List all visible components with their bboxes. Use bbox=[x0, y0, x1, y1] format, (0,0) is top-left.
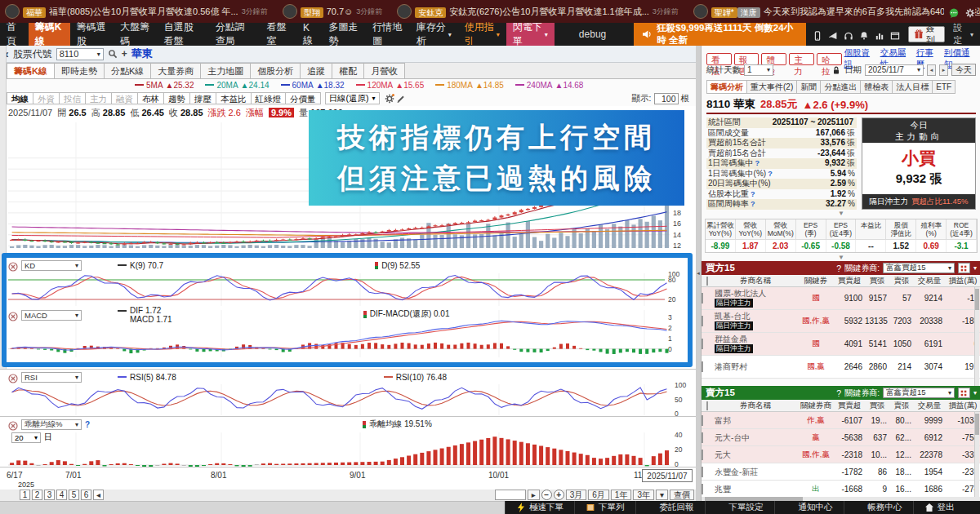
checkbox[interactable] bbox=[702, 316, 703, 326]
window-icon[interactable] bbox=[890, 29, 900, 39]
table-row[interactable]: 港商野村 國贏 2646 2860 214 3074 197 bbox=[702, 356, 980, 379]
period-select[interactable]: 日線(還原) ▾ bbox=[325, 92, 380, 104]
gear-icon[interactable] bbox=[965, 7, 975, 16]
chart-tab[interactable]: 追蹤 bbox=[300, 63, 332, 78]
page-prev-button[interactable]: ◂ bbox=[93, 490, 104, 500]
checkbox[interactable] bbox=[702, 361, 703, 372]
help-icon[interactable]: ? bbox=[768, 169, 773, 179]
chart-tab[interactable]: 個股分析 bbox=[250, 63, 301, 78]
indicator-select[interactable]: KD▾ bbox=[21, 260, 82, 271]
checkbox[interactable] bbox=[706, 401, 708, 410]
nav-item[interactable]: 籌碼K線 bbox=[29, 23, 70, 46]
table-row[interactable]: 凱基-台北隔日沖主力 國作贏 5932 13135 7203 20338 -18… bbox=[702, 310, 980, 333]
chevron-down-icon[interactable]: ▾ bbox=[973, 264, 977, 272]
table-row[interactable]: 元大-台中 贏 -5638 637 62... 6912 -758 bbox=[702, 429, 980, 446]
toolbar-button[interactable]: 本益比 bbox=[216, 92, 252, 104]
range-more-button[interactable]: ▾ bbox=[656, 490, 668, 500]
bottom-bar-item[interactable]: 登出 bbox=[913, 501, 965, 514]
goto-input[interactable] bbox=[495, 490, 526, 500]
chart-tab[interactable]: 主力地圖 bbox=[200, 63, 251, 78]
nav-item[interactable]: 閃電下單 ▾ bbox=[506, 23, 555, 46]
zoom-out-icon[interactable]: − bbox=[541, 490, 552, 500]
toolbar-button[interactable]: 布林 bbox=[137, 92, 164, 104]
scrollbar[interactable] bbox=[702, 497, 980, 501]
close-icon[interactable] bbox=[8, 419, 18, 429]
toolbar-button[interactable]: 撐壓 bbox=[189, 92, 216, 104]
toolbar-button[interactable]: 主力 bbox=[85, 92, 112, 104]
range-button[interactable]: 1年 bbox=[611, 490, 632, 500]
help-icon[interactable]: ? bbox=[751, 189, 755, 200]
checkbox[interactable] bbox=[702, 432, 703, 443]
checkbox[interactable] bbox=[702, 293, 703, 304]
sidebar-tab[interactable]: 重大事件(2) bbox=[746, 80, 797, 94]
collapse-icon[interactable]: ▼ bbox=[702, 210, 980, 217]
gear-icon[interactable] bbox=[385, 94, 394, 104]
date-prev-button[interactable]: ◂ bbox=[927, 64, 936, 76]
table-row[interactable]: 群益金鼎隔日沖主力 國 4091 5141 1050 6191 6 bbox=[702, 333, 980, 356]
bottom-bar-item[interactable]: 極速下單 bbox=[505, 501, 574, 514]
close-icon[interactable] bbox=[8, 372, 18, 382]
checkbox[interactable] bbox=[706, 277, 708, 286]
toolbar-button[interactable]: 紅綠燈 bbox=[251, 92, 287, 104]
help-icon[interactable]: ? bbox=[836, 388, 841, 398]
nav-item[interactable]: debug bbox=[555, 23, 630, 46]
toolbar-button[interactable]: 外資 bbox=[33, 92, 60, 104]
page-button[interactable]: 1 bbox=[20, 490, 30, 500]
date-next-button[interactable]: ▸ bbox=[939, 64, 948, 76]
today-button[interactable]: 今天 bbox=[951, 64, 976, 76]
phone-icon[interactable] bbox=[813, 29, 822, 39]
page-button[interactable]: 3 bbox=[44, 490, 55, 500]
search-icon[interactable] bbox=[108, 49, 118, 59]
chart-tab[interactable]: 權配 bbox=[332, 63, 364, 78]
add-watchlist-button[interactable]: + bbox=[122, 48, 127, 60]
kd-chart[interactable]: 1008020 bbox=[7, 272, 688, 308]
bias-chart[interactable]: 40200 bbox=[7, 431, 696, 468]
query-price-button[interactable]: 查價 bbox=[670, 490, 694, 500]
page-button[interactable]: 6 bbox=[81, 490, 91, 500]
date-select[interactable]: 2025/11/7▾ bbox=[865, 64, 924, 76]
zoom-in-icon[interactable]: + bbox=[554, 490, 564, 500]
page-button[interactable]: 2 bbox=[32, 490, 42, 500]
next-button[interactable]: ▸ bbox=[528, 490, 540, 500]
bias-period-select[interactable]: 20▾ bbox=[11, 432, 41, 443]
news-item[interactable]: 福華 福華(8085)公告10月營收單月營收達0.56億 年... 3分鐘前 bbox=[5, 4, 268, 19]
nav-item[interactable]: 大盤籌碼 bbox=[114, 23, 158, 46]
key-broker-select[interactable]: 富鑫賣超15▾ bbox=[883, 388, 955, 398]
range-button[interactable]: 3月 bbox=[566, 490, 587, 500]
toolbar-button[interactable]: 趨勢 bbox=[163, 92, 190, 104]
settings-button[interactable]: 設定 ▾ bbox=[947, 23, 980, 46]
news-item[interactable]: 安鈦克 安鈦克(6276)公告10月營收單月營收達1.1億年成... 3分鐘前 bbox=[397, 4, 679, 19]
help-icon[interactable]: ? bbox=[755, 158, 760, 169]
indicator-select[interactable]: RSI▾ bbox=[21, 372, 82, 383]
chart-icon[interactable] bbox=[875, 29, 884, 39]
grid-icon[interactable] bbox=[958, 263, 970, 273]
chart-tab[interactable]: 分點K線 bbox=[104, 63, 151, 78]
bell-icon[interactable] bbox=[859, 29, 869, 39]
close-icon[interactable] bbox=[8, 310, 18, 320]
checkbox[interactable] bbox=[702, 484, 703, 494]
toolbar-button[interactable]: 均線 bbox=[7, 92, 33, 104]
bottom-bar-item[interactable]: 委託回報 bbox=[635, 501, 705, 514]
close-icon[interactable] bbox=[8, 260, 18, 270]
megaphone-icon[interactable] bbox=[828, 29, 838, 39]
sidebar-tab[interactable]: 分點進出 bbox=[820, 80, 861, 94]
bars-count-input[interactable]: 100 bbox=[654, 93, 679, 104]
sidebar-tab[interactable]: 新聞 bbox=[796, 80, 821, 94]
scrollbar[interactable] bbox=[974, 287, 979, 386]
bottom-bar-item[interactable]: 下單列 bbox=[574, 501, 635, 514]
chevron-down-icon[interactable]: ▾ bbox=[973, 389, 977, 397]
sidebar-tab[interactable]: ETF bbox=[932, 80, 956, 94]
signin-button[interactable]: 簽到 bbox=[908, 26, 946, 42]
indicator-select[interactable]: MACD▾ bbox=[21, 310, 82, 321]
chart-tab[interactable]: 月營收 bbox=[363, 63, 405, 78]
nav-item[interactable]: 行情地圖 bbox=[366, 23, 410, 46]
toolbar-button[interactable]: 融資 bbox=[111, 92, 138, 104]
toolbar-button[interactable]: 投信 bbox=[59, 92, 86, 104]
help-icon[interactable]: ? bbox=[751, 199, 755, 210]
sidebar-tab[interactable]: 體檢表 bbox=[860, 80, 893, 94]
nav-item[interactable]: 庫存分析 ▾ bbox=[410, 23, 458, 46]
chart-tab[interactable]: 即時走勢 bbox=[54, 63, 105, 78]
nav-item[interactable]: 首頁 bbox=[0, 23, 29, 46]
help-icon[interactable]: ? bbox=[85, 420, 90, 429]
collapse-icon[interactable]: ▼ bbox=[702, 255, 980, 261]
